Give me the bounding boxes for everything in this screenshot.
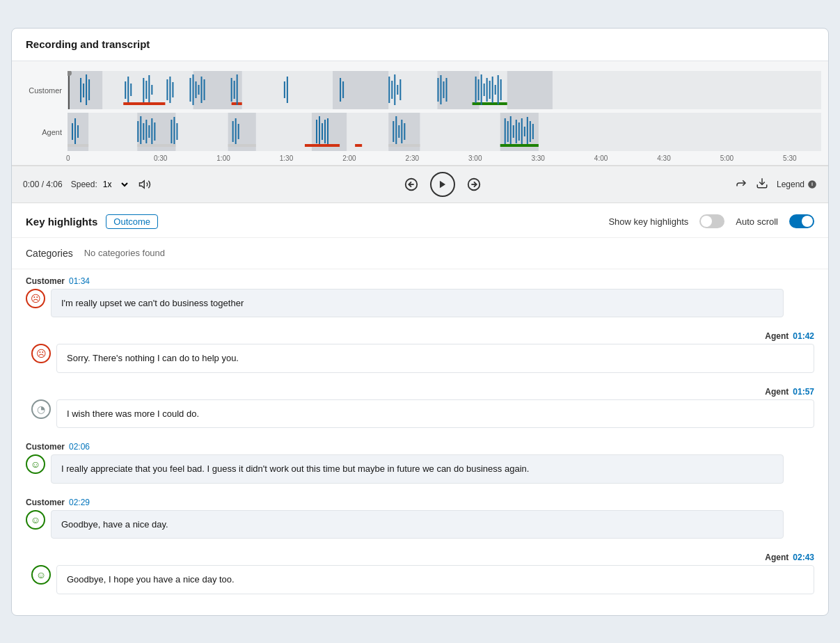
message-time: 01:34 xyxy=(69,276,90,286)
svg-rect-17 xyxy=(166,79,168,100)
volume-button[interactable] xyxy=(138,178,151,191)
svg-rect-8 xyxy=(86,74,87,105)
message-meta: Agent 01:57 xyxy=(26,387,814,397)
svg-rect-67 xyxy=(137,121,138,142)
svg-rect-29 xyxy=(231,78,232,102)
svg-rect-72 xyxy=(151,118,152,145)
outcome-tab[interactable]: Outcome xyxy=(106,214,158,229)
play-button[interactable] xyxy=(430,172,455,197)
message-speaker: Agent xyxy=(765,331,789,341)
svg-rect-83 xyxy=(324,120,326,143)
controls-bar: 0:00 / 4:06 Speed: 1x 1.5x 2x xyxy=(12,166,828,203)
svg-rect-18 xyxy=(169,77,171,103)
message-bubble: I really appreciate that you feel bad. I… xyxy=(51,454,784,484)
svg-rect-37 xyxy=(391,81,393,99)
svg-rect-30 xyxy=(234,81,235,99)
download-button[interactable] xyxy=(756,177,768,192)
svg-rect-82 xyxy=(322,123,323,140)
svg-rect-100 xyxy=(532,124,534,139)
svg-rect-68 xyxy=(140,116,141,147)
svg-rect-12 xyxy=(130,84,132,96)
controls-right: Legend i xyxy=(735,177,817,192)
svg-rect-23 xyxy=(198,85,200,95)
svg-rect-87 xyxy=(398,125,399,138)
svg-text:i: i xyxy=(811,182,813,186)
svg-rect-45 xyxy=(475,77,477,103)
message-group: Agent 02:43Goodbye, I hope you have a ni… xyxy=(26,553,814,594)
svg-rect-21 xyxy=(192,74,193,105)
message-row: I wish there was more I could do.◔ xyxy=(26,399,814,429)
svg-rect-93 xyxy=(513,125,514,138)
waveform-area: End Customer xyxy=(12,61,828,166)
svg-rect-94 xyxy=(516,120,517,143)
svg-rect-96 xyxy=(521,118,523,145)
svg-rect-1 xyxy=(68,71,102,109)
message-group: Customer 01:34☹I'm really upset we can't… xyxy=(26,276,814,318)
svg-rect-34 xyxy=(340,78,341,102)
message-row: ☹I'm really upset we can't do business t… xyxy=(26,289,814,318)
time-130: 1:30 xyxy=(255,154,317,162)
auto-scroll-toggle[interactable] xyxy=(789,214,814,228)
svg-rect-47 xyxy=(481,74,482,105)
svg-rect-64 xyxy=(72,123,73,140)
share-button[interactable] xyxy=(735,177,747,192)
svg-rect-53 xyxy=(498,75,499,104)
highlights-title: Key highlights xyxy=(26,216,97,228)
svg-rect-39 xyxy=(397,85,398,95)
transcript-area: Customer 01:34☹I'm really upset we can't… xyxy=(12,269,828,615)
svg-rect-51 xyxy=(492,77,493,103)
categories-label: Categories xyxy=(26,248,73,259)
svg-rect-26 xyxy=(123,102,165,105)
svg-rect-44 xyxy=(446,78,447,102)
svg-rect-90 xyxy=(505,118,506,145)
sentiment-icon: ☺ xyxy=(26,454,45,474)
speed-label: Speed: xyxy=(71,180,97,189)
time-300: 3:00 xyxy=(444,154,507,162)
svg-rect-6 xyxy=(80,78,81,102)
time-axis: 0 0:30 1:00 1:30 2:00 2:30 3:00 3:30 4:0… xyxy=(12,153,828,165)
time-display: 0:00 / 4:06 xyxy=(23,180,63,189)
svg-rect-42 xyxy=(440,75,441,104)
sentiment-icon: ☹ xyxy=(31,344,51,363)
page-title: Recording and transcript xyxy=(26,38,150,50)
show-highlights-toggle[interactable] xyxy=(699,214,724,228)
svg-rect-54 xyxy=(500,79,502,100)
svg-rect-74 xyxy=(171,120,172,143)
customer-waveform xyxy=(68,71,821,109)
svg-rect-95 xyxy=(518,122,520,141)
time-030: 0:30 xyxy=(129,154,191,162)
legend-label: Legend xyxy=(777,180,805,189)
rewind-button[interactable] xyxy=(404,177,419,192)
message-group: Agent 01:57I wish there was more I could… xyxy=(26,387,814,429)
forward-button[interactable] xyxy=(466,177,482,192)
highlights-controls: Show key highlights Auto scroll xyxy=(608,214,814,228)
svg-rect-49 xyxy=(486,78,488,102)
time-200: 2:00 xyxy=(318,154,381,162)
svg-rect-36 xyxy=(388,77,390,103)
main-container: Recording and transcript End Customer xyxy=(11,28,829,616)
message-bubble: Sorry. There's nothing I can do to help … xyxy=(56,344,814,373)
message-meta: Customer 01:34 xyxy=(26,276,814,286)
time-500: 5:00 xyxy=(695,154,758,162)
message-speaker: Agent xyxy=(765,553,789,562)
legend-button[interactable]: Legend i xyxy=(777,180,817,189)
svg-rect-89 xyxy=(404,123,405,140)
svg-rect-71 xyxy=(148,125,150,138)
message-row: Goodbye, I hope you have a nice day too.… xyxy=(26,565,814,594)
speed-control: Speed: 1x 1.5x 2x xyxy=(71,179,130,190)
svg-rect-98 xyxy=(527,117,528,146)
categories-row: Categories No categories found xyxy=(12,238,828,269)
svg-rect-102 xyxy=(355,144,362,147)
message-time: 02:29 xyxy=(69,498,90,507)
agent-track: Agent xyxy=(19,111,821,153)
message-meta: Customer 02:06 xyxy=(26,442,814,452)
svg-rect-65 xyxy=(74,118,76,145)
message-group: Customer 02:06☺I really appreciate that … xyxy=(26,442,814,484)
speed-select[interactable]: 1x 1.5x 2x xyxy=(100,179,130,190)
svg-rect-107 xyxy=(388,144,420,147)
svg-rect-13 xyxy=(143,78,144,102)
svg-rect-101 xyxy=(305,144,340,147)
message-row: ☺Goodbye, have a nice day. xyxy=(26,510,814,539)
svg-rect-46 xyxy=(478,79,480,100)
agent-track-label: Agent xyxy=(19,128,68,136)
